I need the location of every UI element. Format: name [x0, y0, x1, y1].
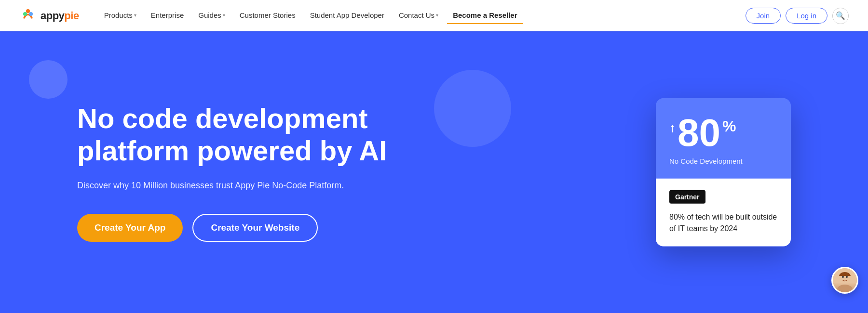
login-button[interactable]: Log in [786, 8, 827, 24]
svg-point-1 [23, 12, 27, 16]
products-chevron-icon: ▾ [134, 13, 136, 18]
stat-number: 80 [678, 113, 720, 152]
svg-point-3 [26, 9, 30, 13]
nav-item-products[interactable]: Products ▾ [98, 7, 142, 24]
hero-section: No code development platform powered by … [0, 31, 868, 313]
stat-quote: 80% of tech will be built outside of IT … [669, 211, 777, 235]
stat-number-row: ↑ 80 % [669, 113, 777, 152]
nav-item-guides[interactable]: Guides ▾ [192, 7, 231, 24]
stat-card-bottom: Gartner 80% of tech will be built outsid… [656, 178, 791, 247]
svg-point-2 [29, 12, 33, 16]
bg-circle-2 [434, 70, 511, 147]
nav-item-enterprise[interactable]: Enterprise [145, 7, 190, 24]
join-button[interactable]: Join [746, 8, 781, 24]
stat-card-top: ↑ 80 % No Code Development [656, 98, 791, 178]
stat-percent: % [722, 117, 736, 135]
stat-arrow-icon: ↑ [669, 120, 676, 135]
hero-content: No code development platform powered by … [0, 103, 395, 241]
svg-point-5 [837, 285, 853, 292]
bg-circle-1 [29, 60, 68, 99]
stat-card: ↑ 80 % No Code Development Gartner 80% o… [656, 98, 791, 247]
avatar-svg [833, 268, 857, 292]
navbar: appypie Products ▾ Enterprise Guides ▾ C… [0, 0, 868, 31]
nav-item-contact-us[interactable]: Contact Us ▾ [393, 7, 444, 24]
nav-actions: Join Log in 🔍 [746, 8, 849, 24]
nav-links: Products ▾ Enterprise Guides ▾ Customer … [98, 7, 746, 24]
logo-text: appypie [41, 10, 79, 22]
nav-item-student-app[interactable]: Student App Developer [304, 7, 390, 24]
contact-chevron-icon: ▾ [436, 13, 438, 18]
guides-chevron-icon: ▾ [223, 13, 225, 18]
avatar-face [833, 268, 857, 292]
nav-item-reseller[interactable]: Become a Reseller [447, 7, 523, 24]
appypie-logo-icon [19, 7, 37, 25]
stat-card-wrapper: ↑ 80 % No Code Development Gartner 80% o… [656, 98, 791, 247]
stat-label: No Code Development [669, 156, 777, 165]
hero-subtitle: Discover why 10 Million businesses trust… [77, 179, 395, 193]
hero-buttons: Create Your App Create Your Website [77, 214, 395, 242]
nav-item-customer-stories[interactable]: Customer Stories [234, 7, 301, 24]
logo-link[interactable]: appypie [19, 7, 79, 25]
gartner-badge: Gartner [669, 190, 705, 203]
create-website-button[interactable]: Create Your Website [192, 214, 318, 242]
svg-point-6 [842, 276, 844, 278]
svg-point-7 [846, 276, 848, 278]
chat-avatar-widget[interactable] [831, 267, 858, 294]
hero-title: No code development platform powered by … [77, 103, 395, 167]
create-app-button[interactable]: Create Your App [77, 214, 183, 242]
search-button[interactable]: 🔍 [832, 8, 849, 24]
search-icon: 🔍 [836, 11, 845, 20]
